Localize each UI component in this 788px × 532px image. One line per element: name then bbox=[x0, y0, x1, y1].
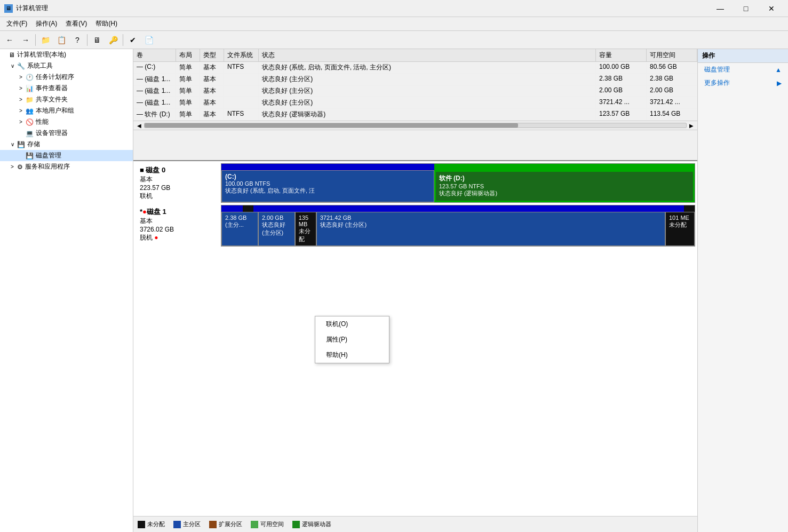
cell-layout-3: 简单 bbox=[176, 97, 200, 108]
cell-type-0: 基本 bbox=[200, 62, 224, 73]
cell-status-1: 状态良好 (主分区) bbox=[259, 74, 596, 85]
list-row-1[interactable]: — (磁盘 1... 简单 基本 状态良好 (主分区) 2.38 GB 2.38… bbox=[133, 74, 697, 85]
menu-file[interactable]: 文件(F) bbox=[2, 18, 31, 29]
h-scrollbar[interactable]: ◀ ▶ bbox=[133, 121, 697, 130]
col-fs[interactable]: 文件系统 bbox=[224, 49, 259, 61]
tree-item-5[interactable]: >👥本地用户和组 bbox=[0, 105, 133, 116]
disk-list-panel: 卷 布局 类型 文件系统 状态 容量 可用空间 — (C:) 简单 基本 NTF… bbox=[133, 49, 697, 161]
tree-item-4[interactable]: >📁共享文件夹 bbox=[0, 94, 133, 105]
cell-cap-3: 3721.42 ... bbox=[596, 97, 647, 108]
disk1-part-5[interactable]: 101 ME 未分配 bbox=[665, 212, 695, 246]
toolbar-forward[interactable]: → bbox=[18, 33, 33, 47]
toolbar-back[interactable]: ← bbox=[2, 33, 17, 47]
title-bar-left: 🖥 计算机管理 bbox=[4, 4, 48, 13]
list-row-2[interactable]: — (磁盘 1... 简单 基本 状态良好 (主分区) 2.00 GB 2.00… bbox=[133, 85, 697, 97]
col-capacity[interactable]: 容量 bbox=[596, 49, 647, 61]
cell-fs-4: NTFS bbox=[224, 109, 259, 120]
menu-view[interactable]: 查看(V) bbox=[61, 18, 91, 29]
legend-free: 可用空间 bbox=[251, 520, 284, 528]
col-type[interactable]: 类型 bbox=[200, 49, 224, 61]
cell-type-1: 基本 bbox=[200, 74, 224, 85]
col-free[interactable]: 可用空间 bbox=[647, 49, 697, 61]
list-row-4[interactable]: — 软件 (D:) 简单 基本 NTFS 状态良好 (逻辑驱动器) 123.57… bbox=[133, 109, 697, 121]
cell-fs-3 bbox=[224, 97, 259, 108]
context-menu-item-help[interactable]: 帮助(H) bbox=[315, 347, 389, 363]
disk1-part-3[interactable]: 135 MB 未分配 bbox=[295, 212, 316, 246]
main-layout: 🖥计算机管理(本地)∨🔧系统工具>🕐任务计划程序>📊事件查看器>📁共享文件夹>👥… bbox=[0, 49, 788, 532]
disk1-bar bbox=[221, 205, 695, 212]
menu-help[interactable]: 帮助(H) bbox=[91, 18, 122, 29]
disk1-p4-status: 状态良好 (主分区) bbox=[320, 221, 662, 229]
close-button[interactable]: ✕ bbox=[759, 1, 784, 16]
legend-logical: 逻辑驱动器 bbox=[292, 520, 331, 528]
cell-layout-4: 简单 bbox=[176, 109, 200, 120]
disk1-part-2[interactable]: 2.00 GB 状态良好 (主分区) bbox=[258, 212, 295, 246]
action-item-disk-mgmt[interactable]: 磁盘管理 ▲ bbox=[698, 63, 788, 76]
disk1-bar-1 bbox=[221, 205, 232, 212]
toolbar-help[interactable]: ? bbox=[70, 33, 85, 47]
disk1-part-1[interactable]: 2.38 GB (主分... bbox=[221, 212, 258, 246]
list-header: 卷 布局 类型 文件系统 状态 容量 可用空间 bbox=[133, 49, 697, 62]
toolbar-display[interactable]: 📋 bbox=[54, 33, 69, 47]
maximize-button[interactable]: □ bbox=[734, 1, 758, 16]
toolbar-key[interactable]: 🔑 bbox=[106, 33, 121, 47]
app-icon: 🖥 bbox=[4, 4, 13, 13]
tree-item-8[interactable]: ∨💾存储 bbox=[0, 139, 133, 150]
cell-vol-0: — (C:) bbox=[133, 62, 176, 73]
menu-action[interactable]: 操作(A) bbox=[31, 18, 61, 29]
col-layout[interactable]: 布局 bbox=[176, 49, 200, 61]
legend: 未分配 主分区 扩展分区 可用空间 逻辑驱动器 bbox=[133, 516, 697, 532]
action-item-more[interactable]: 更多操作 ▶ bbox=[698, 76, 788, 90]
context-menu-item-online[interactable]: 联机(O) bbox=[315, 316, 389, 332]
cell-cap-2: 2.00 GB bbox=[596, 85, 647, 97]
tree-item-7[interactable]: 💻设备管理器 bbox=[0, 128, 133, 139]
tree-item-1[interactable]: ∨🔧系统工具 bbox=[0, 60, 133, 72]
cell-status-0: 状态良好 (系统, 启动, 页面文件, 活动, 主分区) bbox=[259, 62, 596, 73]
disk1-p5-size: 101 ME bbox=[669, 215, 691, 221]
list-row-0[interactable]: — (C:) 简单 基本 NTFS 状态良好 (系统, 启动, 页面文件, 活动… bbox=[133, 62, 697, 74]
cell-vol-4: — 软件 (D:) bbox=[133, 109, 176, 120]
minimize-button[interactable]: — bbox=[708, 1, 733, 16]
legend-primary: 主分区 bbox=[173, 520, 201, 528]
cell-cap-4: 123.57 GB bbox=[596, 109, 647, 120]
scroll-left-arrow[interactable]: ◀ bbox=[134, 121, 144, 130]
toolbar: ← → 📁 📋 ? 🖥 🔑 ✔ 📄 bbox=[0, 31, 788, 49]
toolbar-separator-1 bbox=[35, 34, 36, 46]
action-panel-title: 操作 bbox=[698, 49, 788, 63]
tree-item-9[interactable]: 💾磁盘管理 bbox=[0, 150, 133, 161]
tree-item-2[interactable]: >🕐任务计划程序 bbox=[0, 72, 133, 83]
toolbar-monitor[interactable]: 🖥 bbox=[90, 33, 105, 47]
cell-free-1: 2.38 GB bbox=[647, 74, 697, 85]
scroll-right-arrow[interactable]: ▶ bbox=[687, 121, 696, 130]
disk1-visual: 2.38 GB (主分... 2.00 GB 状态良好 (主分区) 135 MB… bbox=[221, 205, 695, 247]
disk0-part-c[interactable]: (C:) 100.00 GB NTFS 状态良好 (系统, 启动, 页面文件, … bbox=[221, 170, 434, 202]
scroll-track[interactable] bbox=[144, 123, 687, 128]
disk1-p1-size: 2.38 GB bbox=[225, 215, 254, 221]
tree-item-10[interactable]: >⚙服务和应用程序 bbox=[0, 161, 133, 172]
tree-item-0[interactable]: 🖥计算机管理(本地) bbox=[0, 49, 133, 60]
scroll-thumb[interactable] bbox=[145, 123, 518, 128]
window-controls[interactable]: — □ ✕ bbox=[708, 1, 784, 16]
disk0-d-size: 123.57 GB NTFS bbox=[439, 183, 690, 189]
disk1-bar-5 bbox=[684, 205, 695, 212]
disk0-c-name: (C:) bbox=[225, 173, 431, 180]
disk1-row: *●磁盘 1 基本 3726.02 GB 脱机 ● 2 bbox=[136, 205, 695, 247]
disk1-bar-2 bbox=[232, 205, 243, 212]
tree-item-3[interactable]: >📊事件查看器 bbox=[0, 83, 133, 94]
col-vol[interactable]: 卷 bbox=[133, 49, 176, 61]
context-menu-item-properties[interactable]: 属性(P) bbox=[315, 332, 389, 347]
toolbar-check[interactable]: ✔ bbox=[125, 33, 140, 47]
legend-free-label: 可用空间 bbox=[260, 520, 284, 528]
toolbar-doc[interactable]: 📄 bbox=[141, 33, 156, 47]
tree-item-6[interactable]: >🚫性能 bbox=[0, 116, 133, 128]
col-status[interactable]: 状态 bbox=[259, 49, 596, 61]
disk1-part-4[interactable]: 3721.42 GB 状态良好 (主分区) bbox=[316, 212, 665, 246]
toolbar-folder[interactable]: 📁 bbox=[38, 33, 53, 47]
list-row-3[interactable]: — (磁盘 1... 简单 基本 状态良好 (主分区) 3721.42 ... … bbox=[133, 97, 697, 109]
disk1-p1-status: (主分... bbox=[225, 221, 254, 229]
legend-primary-color bbox=[173, 521, 181, 528]
disk0-row: ■ 磁盘 0 基本 223.57 GB 联机 (C:) 100.00 GB NT… bbox=[136, 163, 695, 203]
legend-logical-color bbox=[292, 521, 300, 528]
disk0-bar bbox=[221, 164, 695, 170]
disk0-part-d[interactable]: 软件 (D:) 123.57 GB NTFS 状态良好 (逻辑驱动器) bbox=[434, 170, 695, 202]
